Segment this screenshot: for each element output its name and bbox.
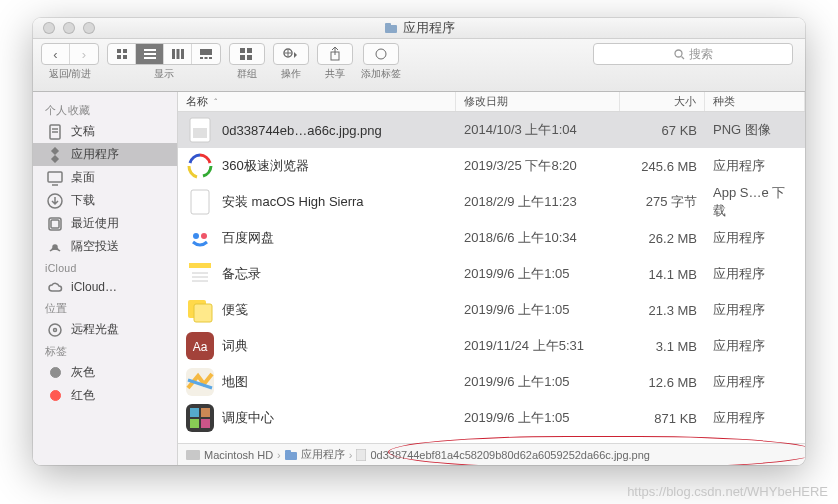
- svg-rect-56: [190, 419, 199, 428]
- traffic-lights: [43, 22, 95, 34]
- sidebar-item[interactable]: 文稿: [33, 120, 177, 143]
- sidebar-item[interactable]: 隔空投送: [33, 235, 177, 258]
- minimize-button[interactable]: [63, 22, 75, 34]
- sidebar-item[interactable]: 红色: [33, 384, 177, 407]
- group-label: 群组: [237, 67, 257, 81]
- file-date: 2019/9/6 上午1:05: [456, 292, 620, 328]
- file-icon: [186, 260, 214, 288]
- finder-window: 应用程序 ‹ › 返回/前进 显示 群组 操作: [33, 18, 805, 465]
- sidebar-section-favorites: 个人收藏: [33, 100, 177, 120]
- column-size[interactable]: 大小: [620, 92, 705, 111]
- sidebar-section-tags: 标签: [33, 341, 177, 361]
- downloads-icon: [47, 193, 63, 209]
- tags-button[interactable]: [363, 43, 399, 65]
- search-placeholder: 搜索: [689, 46, 713, 63]
- forward-button[interactable]: ›: [70, 44, 98, 64]
- file-icon: [186, 296, 214, 324]
- svg-rect-14: [205, 57, 208, 59]
- svg-rect-57: [201, 419, 210, 428]
- column-name[interactable]: 名称 ˆ: [178, 92, 456, 111]
- svg-rect-55: [201, 408, 210, 417]
- file-kind: 应用程序: [705, 328, 805, 364]
- table-row[interactable]: Aa词典2019/11/24 上午5:313.1 MB应用程序: [178, 328, 805, 364]
- sidebar-section-icloud: iCloud: [33, 258, 177, 276]
- sidebar-item[interactable]: 桌面: [33, 166, 177, 189]
- svg-rect-3: [123, 49, 127, 53]
- file-name: 地图: [222, 373, 248, 391]
- view-gallery-button[interactable]: [192, 44, 220, 64]
- path-hd[interactable]: Macintosh HD: [204, 449, 273, 461]
- file-date: 2019/3/25 下午8:20: [456, 148, 620, 184]
- table-row[interactable]: 0d338744eb…a66c.jpg.png2014/10/3 上午1:046…: [178, 112, 805, 148]
- view-label: 显示: [154, 67, 174, 81]
- file-icon: [186, 116, 214, 144]
- svg-rect-18: [240, 55, 245, 60]
- column-kind[interactable]: 种类: [705, 92, 805, 111]
- path-folder[interactable]: 应用程序: [301, 447, 345, 462]
- svg-rect-54: [190, 408, 199, 417]
- view-icon-button[interactable]: [108, 44, 136, 64]
- view-column-button[interactable]: [164, 44, 192, 64]
- table-row[interactable]: 百度网盘2018/6/6 上午10:3426.2 MB应用程序: [178, 220, 805, 256]
- file-name: 调度中心: [222, 409, 274, 427]
- sidebar-item[interactable]: 最近使用: [33, 212, 177, 235]
- search-input[interactable]: 搜索: [593, 43, 793, 65]
- table-row[interactable]: 备忘录2019/9/6 上午1:0514.1 MB应用程序: [178, 256, 805, 292]
- file-name: 安装 macOS High Sierra: [222, 193, 364, 211]
- svg-rect-7: [144, 53, 156, 55]
- titlebar: 应用程序: [33, 18, 805, 39]
- share-label: 共享: [325, 67, 345, 81]
- svg-rect-44: [189, 263, 211, 268]
- file-icon: [186, 404, 214, 432]
- svg-rect-28: [48, 172, 62, 182]
- svg-rect-1: [385, 23, 391, 26]
- file-kind: PNG 图像: [705, 112, 805, 148]
- sidebar-item[interactable]: iCloud…: [33, 276, 177, 298]
- view-list-button[interactable]: [136, 44, 164, 64]
- file-date: 2019/9/6 上午1:05: [456, 364, 620, 400]
- file-kind: 应用程序: [705, 148, 805, 184]
- share-button[interactable]: [317, 43, 353, 65]
- action-label: 操作: [281, 67, 301, 81]
- file-name: 便笺: [222, 301, 248, 319]
- close-button[interactable]: [43, 22, 55, 34]
- svg-rect-17: [247, 48, 252, 53]
- sidebar-section-locations: 位置: [33, 298, 177, 318]
- table-row[interactable]: 调度中心2019/9/6 上午1:05871 KB应用程序: [178, 400, 805, 436]
- file-name: 词典: [222, 337, 248, 355]
- file-kind: 应用程序: [705, 400, 805, 436]
- sidebar-item[interactable]: 应用程序: [33, 143, 177, 166]
- svg-rect-37: [193, 128, 207, 138]
- group-button[interactable]: [229, 43, 265, 65]
- svg-rect-2: [117, 49, 121, 53]
- file-date: 2019/9/6 上午1:05: [456, 400, 620, 436]
- svg-rect-0: [385, 25, 397, 33]
- svg-line-24: [681, 56, 684, 59]
- table-row[interactable]: 地图2019/9/6 上午1:0512.6 MB应用程序: [178, 364, 805, 400]
- path-file[interactable]: 0d338744ebf81a4c58209b80d62a6059252da66c…: [370, 449, 650, 461]
- zoom-button[interactable]: [83, 22, 95, 34]
- svg-rect-5: [123, 55, 127, 59]
- sidebar-item[interactable]: 灰色: [33, 361, 177, 384]
- file-name: 备忘录: [222, 265, 261, 283]
- pathbar: Macintosh HD › 应用程序 › 0d338744ebf81a4c58…: [178, 443, 805, 465]
- file-kind: 应用程序: [705, 364, 805, 400]
- sidebar-item[interactable]: 远程光盘: [33, 318, 177, 341]
- table-row[interactable]: 360极速浏览器2019/3/25 下午8:20245.6 MB应用程序: [178, 148, 805, 184]
- svg-rect-8: [144, 57, 156, 59]
- desktop-icon: [47, 170, 63, 186]
- table-row[interactable]: 便笺2019/9/6 上午1:0521.3 MB应用程序: [178, 292, 805, 328]
- file-date: 2019/9/6 上午1:05: [456, 256, 620, 292]
- file-icon: [356, 449, 366, 461]
- action-button[interactable]: [273, 43, 309, 65]
- file-name: 百度网盘: [222, 229, 274, 247]
- svg-rect-6: [144, 49, 156, 51]
- back-button[interactable]: ‹: [42, 44, 70, 64]
- svg-rect-16: [240, 48, 245, 53]
- file-list: 名称 ˆ 修改日期 大小 种类 0d338744eb…a66c.jpg.png2…: [178, 92, 805, 465]
- table-row[interactable]: 安装 macOS High Sierra2018/2/9 上午11:23275 …: [178, 184, 805, 220]
- svg-rect-61: [356, 449, 366, 461]
- sidebar-item[interactable]: 下载: [33, 189, 177, 212]
- file-icon: [186, 188, 214, 216]
- column-date[interactable]: 修改日期: [456, 92, 620, 111]
